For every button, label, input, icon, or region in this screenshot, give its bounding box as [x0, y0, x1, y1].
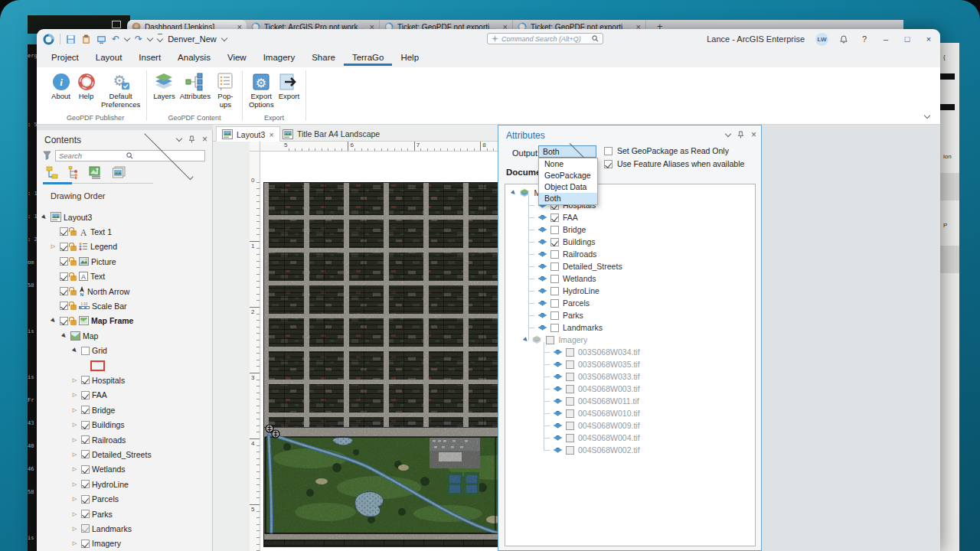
- contents-tree-row-hospitals[interactable]: ▷Hospitals: [37, 373, 213, 387]
- unlocked-icon[interactable]: [70, 290, 77, 295]
- avatar[interactable]: LW: [815, 33, 828, 46]
- ribbon-tab-project[interactable]: Project: [43, 50, 87, 66]
- export-button[interactable]: Export: [277, 70, 301, 102]
- attr-tree-row-tif[interactable]: 004S068W003.tif: [544, 383, 640, 394]
- export-options-button[interactable]: ⚙Export Options: [247, 70, 276, 109]
- about-button[interactable]: iAbout: [49, 70, 73, 102]
- contents-tree-row-parks[interactable]: ▷Parks: [37, 507, 213, 521]
- attribute-export-checkbox[interactable]: [550, 287, 559, 295]
- contents-tree-row-parcels[interactable]: ▷Parcels: [37, 492, 213, 507]
- visibility-checkbox[interactable]: [60, 227, 68, 236]
- collapse-icon[interactable]: ▶: [522, 336, 529, 343]
- contents-tree-row-layout3[interactable]: ▶Layout3: [37, 210, 213, 224]
- output-select[interactable]: Both: [538, 145, 596, 158]
- unlocked-icon[interactable]: [70, 246, 77, 251]
- attribute-export-checkbox[interactable]: [550, 299, 559, 308]
- visibility-checkbox[interactable]: [81, 421, 90, 429]
- pin-icon[interactable]: [188, 135, 195, 143]
- visibility-checkbox[interactable]: [60, 257, 68, 266]
- collapse-icon[interactable]: ▶: [49, 318, 57, 324]
- attr-tree-row-bridge[interactable]: Bridge: [528, 224, 586, 235]
- ribbon-collapse-chevron-icon[interactable]: [925, 113, 929, 121]
- aliases-checkbox-row[interactable]: Use Feature Aliases when available: [604, 159, 744, 168]
- expand-icon[interactable]: ▷: [70, 437, 79, 443]
- expand-icon[interactable]: ▷: [70, 452, 79, 458]
- attr-tree-row-buildings[interactable]: Buildings: [528, 236, 596, 247]
- visibility-checkbox[interactable]: [60, 272, 68, 281]
- unlocked-icon[interactable]: [70, 260, 77, 266]
- attr-tree-row-hydroline[interactable]: HydroLine: [528, 285, 599, 296]
- visibility-checkbox[interactable]: [81, 465, 90, 474]
- notifications-bell-icon[interactable]: [839, 34, 848, 44]
- pop--ups-button[interactable]: Pop- ups: [214, 70, 237, 109]
- attr-tree-row-tif[interactable]: 003S068W035.tif: [544, 359, 640, 370]
- attr-tree-row-wetlands[interactable]: Wetlands: [528, 273, 596, 284]
- attr-tree-row-landmarks[interactable]: Landmarks: [528, 322, 603, 333]
- contents-tree-row-railroads[interactable]: ▷Railroads: [37, 432, 213, 447]
- unlocked-icon[interactable]: [70, 305, 77, 310]
- contents-tree-row-wetlands[interactable]: ▷Wetlands: [37, 462, 213, 477]
- attr-tree-row-tif[interactable]: 004S068W009.tif: [544, 420, 640, 431]
- contents-tree-row-buildings[interactable]: ▷Buildings: [37, 418, 213, 432]
- close-panel-icon[interactable]: ×: [202, 135, 207, 143]
- visibility-checkbox[interactable]: [81, 376, 90, 384]
- signed-in-account[interactable]: Lance - ArcGIS Enterprise: [707, 34, 805, 44]
- contents-tree-row-faa[interactable]: ▷FAA: [37, 388, 213, 403]
- visibility-checkbox[interactable]: [60, 302, 68, 310]
- attribute-export-checkbox[interactable]: [550, 324, 559, 332]
- redo-button[interactable]: ↷: [135, 34, 142, 44]
- expand-icon[interactable]: ▷: [70, 496, 79, 502]
- contents-tree-row-landmarks[interactable]: ▷Landmarks: [37, 521, 213, 536]
- contents-tree-row-picture[interactable]: Picture: [37, 254, 213, 269]
- unlocked-icon[interactable]: [70, 230, 77, 236]
- contents-tree-row-text-1[interactable]: AText 1: [37, 224, 213, 239]
- filter-funnel-icon[interactable]: [43, 151, 51, 160]
- default-preferences-button[interactable]: ⚙Default Preferences: [100, 70, 142, 109]
- undo-chevron-icon[interactable]: [124, 35, 130, 41]
- expand-icon[interactable]: ▷: [70, 377, 79, 383]
- layers-button[interactable]: Layers: [152, 70, 177, 102]
- view-tab-layout3[interactable]: Layout3×: [216, 126, 280, 142]
- list-by-source-icon[interactable]: [68, 166, 80, 179]
- expand-icon[interactable]: ▷: [70, 511, 79, 517]
- attribute-export-checkbox[interactable]: [550, 311, 559, 320]
- contents-tree-row-map[interactable]: ▶Map: [37, 328, 213, 343]
- expand-icon[interactable]: ▷: [70, 407, 79, 413]
- contents-tree-row-scale-bar[interactable]: 1:10Scale Bar: [37, 298, 213, 313]
- contents-tree-row-bridge[interactable]: ▷Bridge: [37, 403, 213, 417]
- attributes-button[interactable]: Attributes: [178, 70, 212, 102]
- expand-icon[interactable]: ▷: [70, 526, 79, 532]
- attr-tree-row-tif[interactable]: 004S068W002.tif: [544, 445, 640, 455]
- aliases-checkbox[interactable]: [604, 160, 612, 168]
- redo-chevron-icon[interactable]: [147, 35, 153, 41]
- attribute-export-checkbox[interactable]: [550, 226, 559, 234]
- visibility-checkbox[interactable]: [81, 495, 90, 504]
- attr-tree-row-tif[interactable]: 003S068W034.tif: [544, 347, 640, 357]
- clipboard-icon[interactable]: [81, 34, 91, 44]
- visibility-checkbox[interactable]: [81, 450, 90, 458]
- list-by-drawing-order-icon[interactable]: [46, 166, 60, 179]
- tab-close-icon[interactable]: ×: [269, 130, 273, 139]
- expand-icon[interactable]: ▷: [70, 466, 79, 472]
- project-chevron-icon[interactable]: [220, 35, 227, 41]
- attr-tree-row-tif[interactable]: 004S068W010.tif: [544, 408, 640, 419]
- undo-button[interactable]: ↶: [112, 34, 119, 44]
- contents-tree-row-legend[interactable]: ▷Legend: [37, 240, 213, 254]
- visibility-checkbox[interactable]: [81, 540, 90, 548]
- dropdown-option-both[interactable]: Both: [539, 193, 597, 204]
- visibility-checkbox[interactable]: [81, 435, 90, 444]
- visibility-checkbox[interactable]: [60, 317, 68, 325]
- visibility-checkbox[interactable]: [81, 406, 90, 414]
- attribute-export-checkbox[interactable]: [550, 262, 559, 271]
- contents-tree-row-north-arrow[interactable]: NNorth Arrow: [37, 284, 213, 298]
- attribute-export-checkbox[interactable]: [550, 238, 559, 246]
- pin-icon[interactable]: [737, 131, 744, 139]
- help-button[interactable]: Help: [74, 70, 98, 102]
- attribute-export-checkbox[interactable]: [550, 214, 559, 222]
- readonly-checkbox[interactable]: [604, 147, 612, 155]
- attr-tree-row-tif[interactable]: 004S068W004.tif: [544, 432, 640, 443]
- panel-menu-chevron-icon[interactable]: [176, 135, 182, 142]
- visibility-checkbox[interactable]: [81, 347, 90, 355]
- contents-tree-row-text[interactable]: AText: [37, 269, 213, 284]
- attr-tree-row-parks[interactable]: Parks: [528, 310, 583, 321]
